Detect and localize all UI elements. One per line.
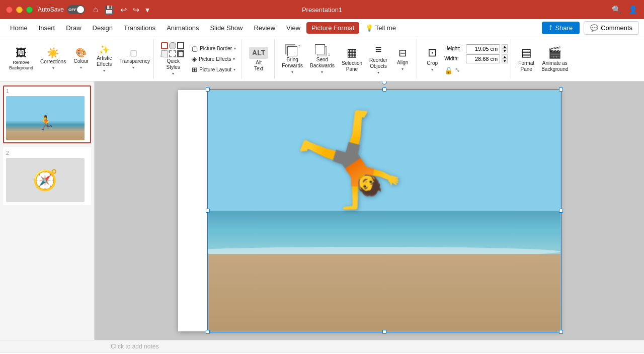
format-pane-button[interactable]: ▤ FormatPane — [515, 42, 537, 76]
transparency-button[interactable]: ◻ Transparency ▾ — [116, 42, 150, 76]
thumb-person: 🏃 — [37, 115, 55, 131]
canvas-area[interactable]: 🤸 — [95, 81, 644, 340]
toggle-knob — [77, 6, 84, 13]
picture-layout-icon: ⊞ — [192, 66, 197, 73]
autosave-toggle[interactable]: OFF — [67, 5, 85, 14]
maximize-button[interactable] — [26, 7, 33, 13]
menu-draw[interactable]: Draw — [61, 22, 86, 34]
crop-button[interactable]: ⊡ Crop ▾ — [421, 42, 443, 76]
menu-insert[interactable]: Insert — [34, 22, 60, 34]
width-input[interactable] — [466, 54, 500, 63]
height-down[interactable]: ▼ — [502, 49, 508, 53]
width-input-row: Width: ▲ ▼ — [444, 54, 508, 63]
picture-border-button[interactable]: ▢ Picture Border ▾ — [189, 44, 238, 53]
artistic-effects-dropdown: ▾ — [103, 68, 105, 73]
home-icon[interactable]: ⌂ — [93, 5, 98, 14]
height-label: Height: — [444, 46, 464, 51]
size-inputs: Height: ▲ ▼ Width: ▲ ▼ 🔒 — [444, 44, 508, 74]
send-backwards-button[interactable]: ↓ SendBackwards ▾ — [307, 42, 338, 76]
share-button[interactable]: ⤴ Share — [542, 22, 580, 34]
alt-text-button[interactable]: ALT AltText — [246, 42, 271, 76]
reorder-objects-button[interactable]: ≡ ReorderObjects ▾ — [366, 42, 390, 76]
menu-bar: Home Insert Draw Design Transitions Anim… — [0, 19, 644, 37]
bring-forwards-button[interactable]: ↑ BringForwards ▾ — [279, 42, 306, 76]
beach-sand — [178, 254, 560, 331]
size-items: ⊡ Crop ▾ Height: ▲ ▼ Width: ▲ — [421, 40, 508, 78]
animate-as-background-button[interactable]: 🎬 Animate asBackground — [538, 42, 571, 76]
quick-styles-grid — [161, 42, 185, 57]
traffic-lights — [6, 7, 33, 13]
beach-scene: 🤸 — [178, 90, 560, 331]
slide-image-2: 🧭 — [6, 158, 85, 202]
ribbon-group-picture-styles: QuickStyles ▾ ▢ Picture Border ▾ ◈ Pictu… — [155, 39, 242, 79]
height-spinner: ▲ ▼ — [502, 44, 508, 53]
menu-review[interactable]: Review — [249, 22, 280, 34]
rotate-handle[interactable] — [382, 81, 387, 84]
format-pane-items: ▤ FormatPane 🎬 Animate asBackground — [515, 40, 571, 78]
ribbon: 🖼 RemoveBackground ☀️ Corrections ▾ 🎨 Co… — [0, 37, 644, 81]
picture-styles-items: QuickStyles ▾ ▢ Picture Border ▾ ◈ Pictu… — [158, 40, 238, 78]
slide-thumbnail-2[interactable]: 2 🧭 — [3, 147, 91, 205]
autosave-label: AutoSave — [38, 6, 64, 13]
picture-layout-button[interactable]: ⊞ Picture Layout ▾ — [189, 65, 238, 74]
ribbon-group-format-pane: ▤ FormatPane 🎬 Animate asBackground — [512, 39, 574, 79]
comments-button[interactable]: 💬 Comments — [584, 21, 639, 35]
artistic-effects-icon: ✨ — [99, 45, 110, 54]
redo-icon[interactable]: ↪ — [133, 5, 139, 15]
width-down[interactable]: ▼ — [502, 59, 508, 63]
artistic-effects-button[interactable]: ✨ ArtisticEffects ▾ — [93, 42, 115, 76]
width-up[interactable]: ▲ — [502, 54, 508, 59]
format-pane-icon: ▤ — [521, 46, 532, 59]
thumb-beach-scene: 🏃 — [6, 96, 85, 140]
colour-icon: 🎨 — [75, 48, 87, 57]
menu-tell-me[interactable]: 💡 Tell me — [360, 22, 401, 34]
alt-text-icon: ALT — [249, 47, 268, 59]
save-icon[interactable]: 💾 — [104, 5, 114, 15]
ribbon-group-arrange: ↑ BringForwards ▾ ↓ SendBackwards ▾ ▦ Se… — [276, 39, 417, 79]
menu-view[interactable]: View — [281, 22, 305, 34]
menu-design[interactable]: Design — [88, 22, 118, 34]
quick-styles-button[interactable]: QuickStyles ▾ — [158, 42, 188, 76]
height-up[interactable]: ▲ — [502, 44, 508, 49]
remove-background-icon: 🖼 — [16, 48, 27, 59]
remove-background-button[interactable]: 🖼 RemoveBackground — [6, 42, 36, 76]
minimize-button[interactable] — [16, 7, 23, 13]
slide-thumbnail-1[interactable]: 1 🏃 — [3, 85, 91, 143]
menu-right: ⤴ Share 💬 Comments — [542, 21, 639, 35]
colour-button[interactable]: 🎨 Colour ▾ — [70, 42, 92, 76]
undo-icon[interactable]: ↩ — [120, 5, 127, 15]
height-input[interactable] — [466, 44, 500, 53]
notes-placeholder[interactable]: Click to add notes — [0, 340, 644, 352]
selection-pane-icon: ▦ — [347, 46, 357, 59]
picture-effects-icon: ◈ — [192, 55, 197, 63]
ribbon-group-size: ⊡ Crop ▾ Height: ▲ ▼ Width: ▲ — [418, 39, 511, 79]
lock-icon: 🔒 — [444, 66, 453, 74]
close-button[interactable] — [6, 7, 13, 13]
slide-image-1: 🏃 — [6, 96, 85, 140]
dropdown-icon[interactable]: ▾ — [145, 5, 149, 15]
slide-panel: 1 🏃 2 🧭 — [0, 81, 95, 340]
lightbulb-icon: 💡 — [365, 24, 373, 32]
menu-home[interactable]: Home — [5, 22, 33, 34]
reorder-objects-icon: ≡ — [375, 43, 382, 56]
menu-slideshow[interactable]: Slide Show — [205, 22, 248, 34]
search-icon[interactable]: 🔍 — [612, 5, 621, 14]
menu-animations[interactable]: Animations — [162, 22, 204, 34]
comments-icon: 💬 — [590, 24, 598, 32]
width-label: Width: — [444, 56, 464, 61]
colour-dropdown: ▾ — [80, 65, 82, 70]
align-button[interactable]: ⊟ Align ▾ — [391, 42, 414, 76]
accessibility-items: ALT AltText — [246, 40, 271, 78]
autosave-area: AutoSave OFF — [38, 5, 85, 14]
picture-effects-button[interactable]: ◈ Picture Effects ▾ — [189, 54, 238, 64]
corrections-button[interactable]: ☀️ Corrections ▾ — [37, 42, 69, 76]
account-icon[interactable]: 👤 — [628, 5, 638, 14]
menu-picture-format[interactable]: Picture Format — [306, 22, 359, 34]
adjust-items: 🖼 RemoveBackground ☀️ Corrections ▾ 🎨 Co… — [6, 40, 150, 78]
main-area: 1 🏃 2 🧭 — [0, 81, 644, 340]
slide-left-margin — [178, 90, 208, 331]
title-bar: AutoSave OFF ⌂ 💾 ↩ ↪ ▾ Presentation1 🔍 👤 — [0, 0, 644, 19]
menu-transitions[interactable]: Transitions — [119, 22, 160, 34]
selection-pane-button[interactable]: ▦ SelectionPane — [339, 42, 365, 76]
corrections-icon: ☀️ — [47, 48, 59, 58]
